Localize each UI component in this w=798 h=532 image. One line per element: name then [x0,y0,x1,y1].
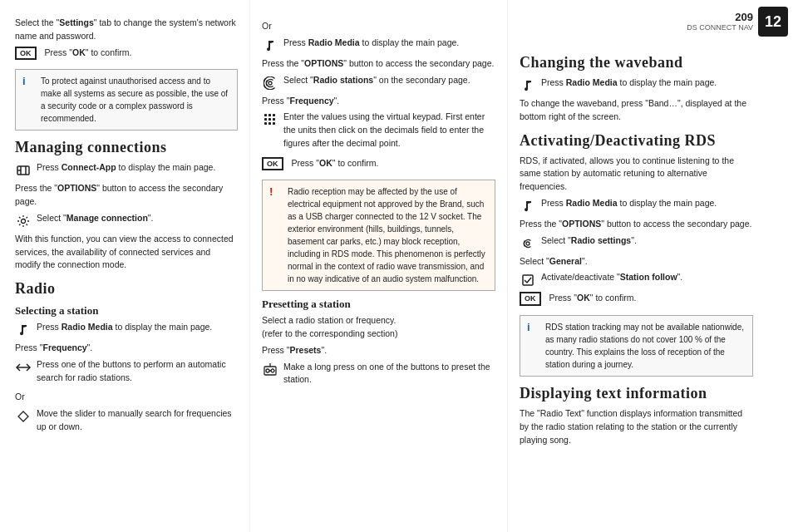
ok-row-right: OK Press "OK" to confirm. [520,292,753,308]
info-box-text: To protect against unauthorised access a… [41,75,230,125]
svg-rect-10 [273,114,275,116]
frequency-text: Press "Frequency". [15,342,238,355]
mid-column: Or Press Radio Media to display the main… [249,0,507,532]
svg-point-18 [266,369,269,372]
preset-long-press-text: Make a long press on one of the buttons … [283,361,495,387]
svg-point-7 [268,81,272,85]
intro-text: Select the "Settings" tab to change the … [15,17,238,43]
radio-heading: Radio [15,280,238,298]
options-text: Press the "OPTIONS" button to access the… [15,182,238,209]
or-text-left: Or [15,391,238,404]
slider-text: Move the slider to manually search for f… [37,407,238,434]
rds-media-text: Press Radio Media to display the main pa… [541,197,717,210]
manage-connection-text: Select "Manage connection". [37,212,154,225]
arrow-lr-icon [15,359,32,376]
right-column: Changing the waveband Press Radio Media … [507,0,765,532]
svg-rect-12 [268,118,271,121]
managing-connections-heading: Managing connections [15,139,238,156]
warning-text: Radio reception may be affected by the u… [288,185,488,285]
displaying-text-heading: Displaying text information [520,385,753,402]
svg-rect-23 [523,275,533,285]
svg-point-19 [271,369,274,372]
info-box-security: i To protect against unauthorised access… [15,69,238,131]
slider-row: Move the slider to manually search for f… [15,407,238,437]
radio-settings-text: Select "Radio settings". [541,234,637,248]
connect-app-text: Press Connect-App to display the main pa… [37,161,215,175]
svg-marker-6 [18,411,28,421]
warning-icon: ! [269,185,281,285]
info-icon-rds: i [527,321,539,371]
gear-icon [15,213,32,229]
preset-icon [262,362,278,378]
antenna-icon-right [520,235,536,252]
ok-badge-right: OK [520,292,541,306]
music-note-icon-mid [262,37,278,54]
page-container: 209 DS CONNECT NAV 12 Select the "Settin… [0,0,798,532]
presetting-heading: Presetting a station [262,298,495,311]
info-box-rds-text: RDS station tracking may not be availabl… [545,321,746,371]
preset-row: Make a long press on one of the buttons … [262,361,495,391]
page-number: 209 [687,11,753,23]
ok-text-mid: Press "OK" to confirm. [292,157,379,170]
warning-box: ! Radio reception may be affected by the… [262,180,495,291]
ok-badge-mid: OK [262,157,283,171]
displaying-text-desc: The "Radio Text" function displays infor… [520,407,753,446]
music-note-icon-right-2 [520,198,536,214]
or-text-mid: Or [262,20,495,33]
managing-connections-desc: With this function, you can view the acc… [15,233,238,272]
info-icon: i [22,75,34,125]
waveband-media-text: Press Radio Media to display the main pa… [541,76,717,90]
activating-rds-heading: Activating/Deactivating RDS [520,132,753,150]
connect-app-row: Press Connect-App to display the main pa… [15,161,238,179]
page-header: 209 DS CONNECT NAV 12 [687,7,788,37]
manage-connection-row: Select "Manage connection". [15,212,238,229]
svg-rect-9 [268,114,271,116]
arrow-buttons-text: Press one of the buttons to perform an a… [37,358,238,385]
antenna-icon [262,75,278,91]
presetting-desc: Select a radio station or frequency.(ref… [262,314,495,341]
changing-waveband-heading: Changing the waveband [520,54,753,71]
ok-press-row: OK Press "OK" to confirm. [15,47,238,63]
radio-settings-row: Select "Radio settings". [520,234,753,252]
music-note-icon-1 [15,322,32,338]
diamond-icon [15,408,32,425]
keypad-text: Enter the values using the virtual keypa… [283,111,495,150]
rds-media-row: Press Radio Media to display the main pa… [520,197,753,214]
svg-point-4 [22,219,26,223]
radio-media-row-mid: Press Radio Media to display the main pa… [262,37,495,54]
options-text-mid: Press the "OPTIONS" button to access the… [262,57,495,71]
rds-desc: RDS, if activated, allows you to continu… [520,155,753,194]
presets-text: Press "Presets". [262,344,495,357]
keypad-row: Enter the values using the virtual keypa… [262,111,495,153]
music-note-icon-right-1 [520,77,536,94]
svg-rect-15 [268,122,271,125]
radio-media-row-1: Press Radio Media to display the main pa… [15,321,238,338]
svg-rect-14 [264,122,267,125]
svg-point-22 [526,242,530,245]
general-text: Select "General". [520,255,753,268]
checkbox-icon [520,272,536,288]
svg-rect-8 [264,114,267,116]
left-column: Select the "Settings" tab to change the … [0,0,249,532]
waveband-media-row: Press Radio Media to display the main pa… [520,76,753,94]
frequency-text-mid: Press "Frequency". [262,95,495,108]
svg-rect-13 [273,118,275,121]
ok-text-right: Press "OK" to confirm. [549,292,637,305]
connect-app-icon [15,162,32,179]
keypad-icon [262,111,278,128]
svg-rect-11 [264,118,267,121]
selecting-station-heading: Selecting a station [15,304,238,318]
chapter-number: 12 [758,7,788,37]
waveband-desc: To change the waveband, press "Band…", d… [520,97,753,124]
arrow-buttons-row: Press one of the buttons to perform an a… [15,358,238,388]
chapter-label: DS CONNECT NAV [687,23,753,33]
station-follow-row: Activate/deactivate "Station follow". [520,271,753,288]
ok-badge: OK [15,47,37,61]
info-box-rds: i RDS station tracking may not be availa… [520,315,753,377]
svg-rect-16 [273,122,275,125]
station-follow-text: Activate/deactivate "Station follow". [541,271,682,284]
ok-press-text: Press "OK" to confirm. [45,47,132,60]
radio-media-text-mid: Press Radio Media to display the main pa… [283,37,459,50]
radio-media-text-1: Press Radio Media to display the main pa… [37,321,212,334]
rds-options-text: Press the "OPTIONS" button to access the… [520,218,753,231]
